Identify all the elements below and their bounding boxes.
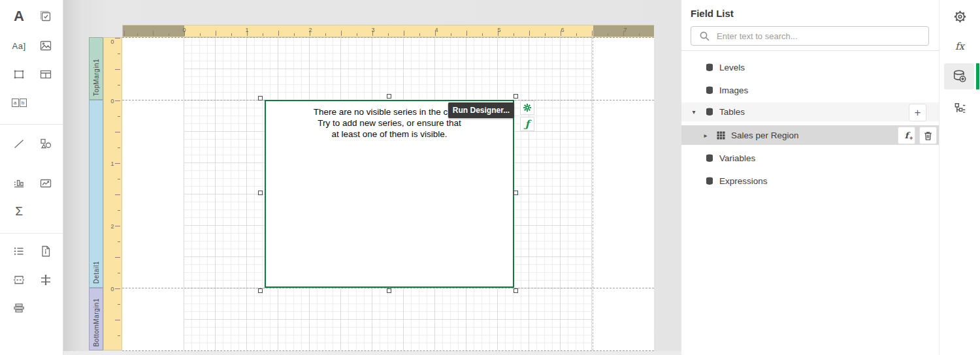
toolbox-sparkline-button[interactable]	[34, 172, 57, 195]
ruler-number: 0	[108, 286, 117, 292]
chart-message-line3: at least one of them is visible.	[266, 129, 513, 140]
field-list-item-images[interactable]: Images	[681, 80, 939, 100]
search-box[interactable]	[691, 26, 929, 46]
resize-handle-bottom-right[interactable]	[514, 288, 518, 293]
vertical-ruler: 0 0 1 2 0	[103, 37, 122, 350]
expand-arrow-icon[interactable]	[702, 132, 709, 139]
ruler-number: 2	[108, 223, 117, 230]
toolbox-crossband-line-button[interactable]	[34, 268, 57, 292]
picture-icon	[39, 39, 52, 52]
ruler-number: 0	[108, 98, 117, 104]
item-label: Images	[719, 85, 748, 95]
label-icon: A	[14, 8, 24, 25]
toolbox-crossband-box-button[interactable]	[7, 296, 31, 320]
panel-icon	[12, 68, 25, 81]
add-calculated-field-button[interactable]	[898, 127, 915, 144]
toolbox-label-button[interactable]: A	[7, 5, 31, 28]
page-info-icon	[39, 245, 52, 258]
ruler-number: 4	[432, 27, 441, 33]
toolbox-panel-button[interactable]	[7, 63, 31, 86]
table-icon	[39, 68, 52, 81]
trash-icon	[923, 131, 933, 141]
search-input[interactable]	[717, 31, 928, 41]
item-label: Levels	[719, 63, 745, 72]
toolbox-line-button[interactable]	[7, 132, 31, 155]
delete-table-button[interactable]	[919, 127, 937, 144]
active-tab-indicator	[976, 63, 979, 89]
search-icon	[699, 31, 710, 42]
toolbox-picturebox-button[interactable]	[34, 34, 57, 57]
field-list-item-expressions[interactable]: Expressions	[681, 171, 939, 191]
band-label: BottomMargin1	[93, 298, 100, 350]
tab-report-explorer[interactable]	[945, 96, 974, 121]
ruler-number: 6	[558, 27, 567, 33]
run-designer-button[interactable]: Run Designer...	[448, 102, 514, 118]
list-icon	[12, 245, 25, 258]
item-label: Variables	[719, 153, 755, 163]
toolbox-summary-button[interactable]: Σ	[7, 200, 31, 223]
toolbox-divider	[0, 233, 63, 234]
field-list-item-levels[interactable]: Levels	[681, 57, 939, 77]
resize-handle-top-right[interactable]	[514, 94, 518, 99]
toolbox-table-button[interactable]	[34, 63, 57, 86]
toolbox-barcode-button[interactable]	[7, 172, 31, 195]
resize-handle-top-left[interactable]	[258, 96, 263, 100]
toolbox-checkbox-button[interactable]	[34, 5, 57, 28]
horizontal-scrollbar-track[interactable]	[63, 351, 681, 355]
toolbox-richtext-button[interactable]: Aa]	[7, 34, 31, 57]
side-tab-bar: fx	[939, 0, 980, 355]
gear-icon	[523, 103, 532, 112]
toolbox-pagebreak-button[interactable]	[7, 268, 31, 292]
database-icon	[706, 108, 713, 116]
plus-icon	[915, 107, 921, 119]
line-icon	[12, 137, 25, 150]
band-top-margin[interactable]: TopMargin1	[89, 37, 103, 100]
panel-title: Field List	[691, 8, 734, 19]
add-calculated-field-icon	[905, 131, 909, 140]
summary-icon: Σ	[15, 204, 23, 219]
band-bottom-margin[interactable]: BottomMargin1	[89, 288, 103, 350]
smart-tag-button[interactable]	[520, 100, 534, 115]
expression-binding-button[interactable]: ƒ	[520, 117, 534, 131]
gear-icon	[953, 10, 967, 23]
toolbox-table-of-contents-button[interactable]	[7, 239, 31, 263]
ruler-number: 0	[180, 27, 189, 33]
resize-handle-mid-left[interactable]	[258, 191, 263, 195]
ruler-ticks	[123, 31, 653, 36]
checkbox-icon	[39, 10, 52, 23]
richtext-icon: Aa]	[12, 41, 25, 51]
chart-message-line2: Try to add new series, or ensure that	[266, 117, 513, 129]
band-separator	[122, 37, 654, 38]
fx-icon: fx	[955, 40, 964, 52]
tab-field-list[interactable]	[945, 64, 974, 89]
chart-control[interactable]: There are no visible series in the chart…	[265, 100, 514, 288]
function-icon: ƒ	[525, 118, 529, 130]
tab-properties[interactable]	[945, 4, 974, 29]
collapse-arrow-icon[interactable]	[691, 108, 697, 116]
add-table-button[interactable]	[909, 104, 926, 121]
band-detail[interactable]: Detail1	[89, 100, 103, 288]
toolbox-pageinfo-button[interactable]	[34, 239, 57, 263]
resize-handle-top-center[interactable]	[387, 94, 391, 99]
toolbox-character-comb-button[interactable]: a b	[7, 91, 31, 114]
ruler-number: 0	[108, 39, 117, 45]
field-list-item-tables[interactable]: Tables	[681, 102, 939, 121]
ruler-ticks	[115, 38, 120, 350]
band-label: TopMargin1	[93, 59, 100, 99]
field-list-panel: Field List Levels Images Tables	[681, 0, 939, 355]
ruler-number: 5	[495, 27, 504, 33]
page-break-icon	[12, 273, 25, 286]
ruler-number: 3	[368, 27, 378, 33]
toolbox-shape-button[interactable]	[34, 132, 57, 155]
tree-icon	[953, 102, 966, 115]
ruler-number: 1	[108, 161, 117, 167]
resize-handle-bottom-center[interactable]	[387, 288, 391, 293]
item-label: Sales per Region	[731, 131, 799, 140]
ruler-number: 2	[306, 27, 315, 33]
resize-handle-mid-right[interactable]	[514, 191, 518, 195]
resize-handle-bottom-left[interactable]	[258, 288, 263, 293]
ruler-number: 1	[242, 27, 252, 33]
tab-expressions[interactable]: fx	[945, 34, 974, 59]
field-list-item-variables[interactable]: Variables	[681, 148, 939, 168]
sparkline-icon	[39, 177, 52, 190]
